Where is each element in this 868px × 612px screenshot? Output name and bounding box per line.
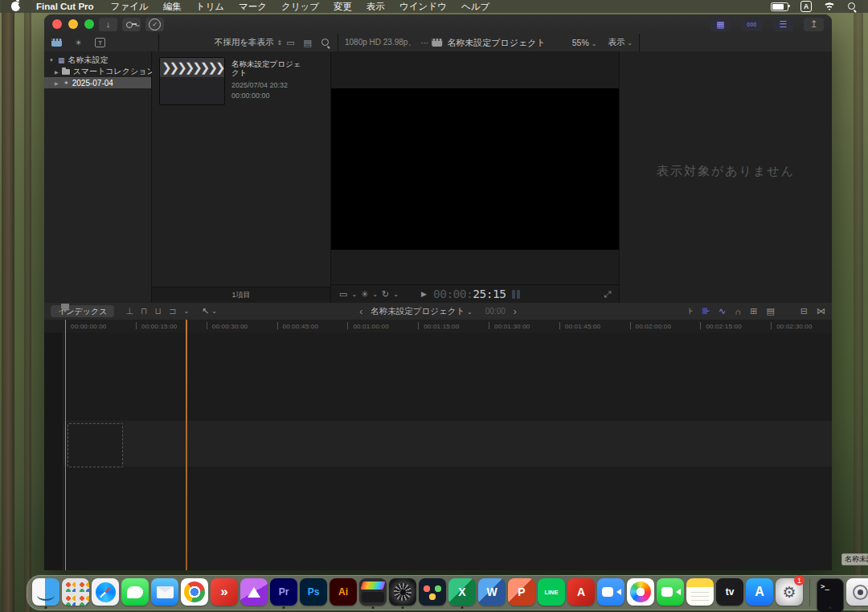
clip-appearance-icon[interactable]: ⊟: [800, 306, 808, 316]
overwrite-edit-icon[interactable]: ⊐: [169, 306, 176, 316]
trim-view-icon[interactable]: ⊦: [689, 306, 694, 316]
dock-excel[interactable]: X: [448, 577, 476, 609]
disclosure-closed-icon[interactable]: ▶: [55, 80, 60, 86]
apple-menu-icon[interactable]: [11, 2, 20, 11]
import-media-button[interactable]: ↓: [99, 18, 117, 31]
dock-launchpad[interactable]: [62, 577, 89, 609]
clip-thumbnail[interactable]: ❯❯❯❯❯❯❯❯: [159, 57, 225, 105]
dock-illustrator[interactable]: Ai: [330, 577, 357, 609]
app-menu-title[interactable]: Final Cut Pro: [31, 2, 99, 11]
snapping-icon[interactable]: ⊪: [702, 306, 710, 316]
close-button[interactable]: [52, 19, 62, 29]
battery-icon[interactable]: [771, 2, 788, 11]
input-source-icon[interactable]: A: [800, 1, 812, 12]
chevron-down-icon[interactable]: ⌄: [393, 291, 399, 298]
append-edit-icon[interactable]: ⊔: [155, 306, 162, 316]
timeline-canvas[interactable]: [44, 333, 832, 570]
inspector-button[interactable]: ☰: [772, 18, 794, 31]
primary-storyline-lane[interactable]: [63, 421, 832, 467]
dock-davinci-resolve[interactable]: [419, 577, 446, 609]
menu-item-1[interactable]: 編集: [156, 1, 189, 13]
titles-generators-tab-icon[interactable]: T: [95, 38, 105, 47]
dock-zoom[interactable]: [597, 577, 624, 609]
show-browser-button[interactable]: ▦: [710, 18, 731, 31]
background-tasks-button[interactable]: ✓: [145, 18, 164, 31]
dock-terminal[interactable]: >_: [817, 577, 844, 609]
menu-item-5[interactable]: 変更: [326, 1, 359, 13]
disclosure-open-icon[interactable]: ▼: [49, 58, 55, 63]
dock-apple-tv[interactable]: tv: [716, 577, 743, 609]
solo-icon[interactable]: ∩: [735, 307, 741, 316]
menu-item-0[interactable]: ファイル: [104, 1, 156, 13]
search-icon[interactable]: [321, 38, 330, 47]
sidebar-item-smart-collection[interactable]: ▶ スマートコレクション: [44, 66, 151, 77]
dock-app-store[interactable]: A: [746, 577, 773, 609]
dock-photos[interactable]: [627, 577, 654, 609]
dock-messages[interactable]: [121, 577, 149, 609]
photos-audio-tab-icon[interactable]: ✶: [75, 39, 82, 47]
sidebar-item-event[interactable]: ▶ ✶ 2025-07-04: [44, 77, 151, 88]
keyword-editor-button[interactable]: [122, 18, 141, 31]
viewer-zoom-dropdown[interactable]: 55% ⌄: [572, 38, 597, 47]
dock-red-diamond-app[interactable]: »: [211, 577, 238, 609]
transitions-browser-icon[interactable]: ⋈: [817, 306, 825, 316]
index-button[interactable]: インデックス: [51, 305, 114, 317]
fullscreen-icon[interactable]: ⤢: [604, 289, 611, 300]
dock-powerpoint[interactable]: P: [508, 577, 535, 609]
sidebar-item-library[interactable]: ▼ ▦ 名称未設定: [44, 55, 151, 66]
dock-compressor[interactable]: [389, 577, 416, 609]
dock-system-settings[interactable]: 1: [776, 577, 803, 609]
chevron-down-icon[interactable]: ⌄: [211, 308, 217, 315]
viewer-canvas[interactable]: [331, 88, 619, 250]
menu-item-4[interactable]: クリップ: [274, 1, 326, 13]
zoom-button[interactable]: [84, 19, 94, 29]
project-clip-card[interactable]: ❯❯❯❯❯❯❯❯ 名称未設定プロジェクト 2025/07/04 20:32 00…: [159, 57, 305, 105]
wifi-icon[interactable]: [824, 2, 835, 10]
timeline-project-dropdown[interactable]: 名称未設定プロジェクト ⌄: [371, 306, 473, 317]
dock-premiere-pro[interactable]: Pr: [270, 577, 297, 609]
dock-word[interactable]: W: [478, 577, 506, 609]
select-tool-icon[interactable]: ↖: [202, 306, 209, 316]
menu-item-2[interactable]: トリム: [189, 1, 231, 13]
dock-mail[interactable]: [151, 577, 178, 609]
dock-notes[interactable]: [686, 577, 714, 609]
list-view-icon[interactable]: ▤: [304, 39, 312, 47]
filter-dropdown[interactable]: 不採用を非表示 ⇕: [215, 37, 282, 48]
timeline-ruler[interactable]: 00:00:00:0000:00:15:0000:00:30:0000:00:4…: [44, 320, 832, 333]
clip-drop-placeholder[interactable]: [68, 423, 123, 467]
audio-meters-button[interactable]: 000: [741, 18, 763, 31]
skimming-icon[interactable]: ⊞: [750, 306, 757, 316]
chevron-down-icon[interactable]: ⌄: [351, 291, 357, 298]
dock-final-cut-pro[interactable]: [359, 577, 387, 609]
dock-safari[interactable]: [92, 577, 119, 609]
crop-tool-icon[interactable]: ▭: [339, 290, 347, 299]
dock-finder[interactable]: [32, 577, 59, 609]
timeline-forward-icon[interactable]: ›: [514, 306, 517, 317]
playhead-line[interactable]: [65, 320, 66, 570]
dock-disk-utility[interactable]: [846, 577, 868, 609]
dock-photoshop[interactable]: Ps: [300, 577, 327, 609]
libraries-tab-icon[interactable]: [51, 39, 62, 47]
audio-skimming-icon[interactable]: ∿: [719, 306, 726, 316]
clip-appearance-icon[interactable]: ▭: [286, 39, 294, 47]
menu-item-3[interactable]: マーク: [231, 1, 274, 13]
menu-item-6[interactable]: 表示: [359, 1, 392, 13]
menu-item-7[interactable]: ウインドウ: [392, 1, 454, 13]
window-titlebar[interactable]: ↓ ✓ ▦ 000 ☰ ↥: [44, 14, 832, 35]
share-button[interactable]: ↥: [804, 18, 824, 31]
effects-browser-icon[interactable]: ▤: [766, 306, 774, 316]
connect-edit-icon[interactable]: ⊥: [125, 306, 133, 316]
more-icon[interactable]: ⋯: [420, 39, 428, 47]
menu-item-8[interactable]: ヘルプ: [454, 1, 497, 13]
timeline-back-icon[interactable]: ‹: [359, 306, 362, 317]
retime-icon[interactable]: ↻: [382, 290, 389, 299]
dock-line[interactable]: LINE: [538, 577, 565, 609]
dock-chrome[interactable]: [181, 577, 208, 609]
chevron-down-icon[interactable]: ⌄: [183, 308, 189, 315]
dock-acrobat[interactable]: A: [567, 577, 595, 609]
enhance-wand-icon[interactable]: ✳: [361, 290, 368, 299]
insert-edit-icon[interactable]: ⊓: [141, 306, 148, 316]
play-button[interactable]: ▶: [421, 291, 427, 298]
dock-facetime[interactable]: [657, 577, 684, 609]
viewer-view-dropdown[interactable]: 表示 ⌄: [608, 37, 633, 48]
